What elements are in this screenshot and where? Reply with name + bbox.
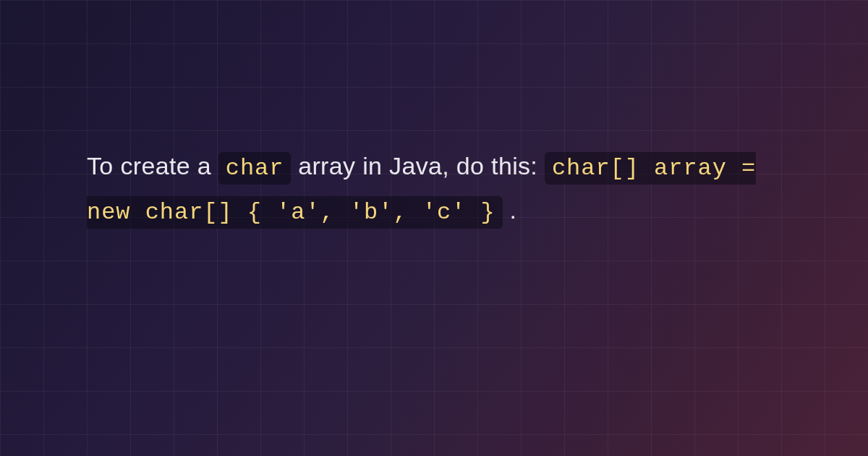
text-segment: To create a (87, 152, 218, 180)
inline-code: char (218, 152, 292, 185)
text-segment: . (509, 196, 516, 224)
explanation-text: To create a char array in Java, do this:… (87, 145, 788, 233)
text-segment: array in Java, do this: (298, 152, 545, 180)
